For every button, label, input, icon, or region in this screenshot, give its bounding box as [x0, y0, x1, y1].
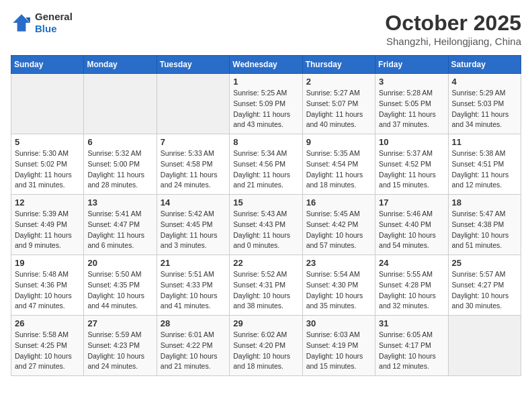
calendar-day-cell: 22Sunrise: 5:52 AM Sunset: 4:31 PM Dayli… — [230, 255, 302, 316]
calendar-week-row: 19Sunrise: 5:48 AM Sunset: 4:36 PM Dayli… — [11, 255, 521, 316]
day-number: 28 — [161, 318, 226, 328]
calendar-week-row: 12Sunrise: 5:39 AM Sunset: 4:49 PM Dayli… — [11, 195, 521, 255]
logo-icon — [11, 12, 32, 34]
day-number: 20 — [87, 258, 152, 268]
weekday-header-cell: Friday — [375, 56, 448, 74]
calendar-week-row: 5Sunrise: 5:30 AM Sunset: 5:02 PM Daylig… — [11, 134, 521, 195]
weekday-header-cell: Sunday — [11, 56, 84, 74]
calendar-day-cell: 2Sunrise: 5:27 AM Sunset: 5:07 PM Daylig… — [302, 74, 375, 134]
calendar-day-cell: 19Sunrise: 5:48 AM Sunset: 4:36 PM Dayli… — [11, 255, 84, 316]
calendar-day-cell: 28Sunrise: 6:01 AM Sunset: 4:22 PM Dayli… — [157, 316, 229, 376]
weekday-header-cell: Thursday — [302, 56, 375, 74]
day-info: Sunrise: 6:01 AM Sunset: 4:22 PM Dayligh… — [161, 330, 226, 372]
calendar-day-cell: 16Sunrise: 5:45 AM Sunset: 4:42 PM Dayli… — [302, 195, 375, 255]
page-header: General Blue October 2025 Shangzhi, Heil… — [11, 11, 521, 47]
calendar-week-row: 1Sunrise: 5:25 AM Sunset: 5:09 PM Daylig… — [11, 74, 521, 134]
day-info: Sunrise: 5:30 AM Sunset: 5:02 PM Dayligh… — [15, 148, 80, 191]
day-info: Sunrise: 5:38 AM Sunset: 4:51 PM Dayligh… — [452, 148, 517, 191]
calendar-day-cell: 30Sunrise: 6:03 AM Sunset: 4:19 PM Dayli… — [302, 316, 375, 376]
day-number: 2 — [306, 77, 371, 87]
day-number: 4 — [452, 77, 517, 87]
calendar-body: 1Sunrise: 5:25 AM Sunset: 5:09 PM Daylig… — [11, 74, 521, 376]
day-info: Sunrise: 5:52 AM Sunset: 4:31 PM Dayligh… — [233, 269, 298, 312]
calendar-day-cell: 27Sunrise: 5:59 AM Sunset: 4:23 PM Dayli… — [84, 316, 157, 376]
calendar-day-cell: 13Sunrise: 5:41 AM Sunset: 4:47 PM Dayli… — [84, 195, 157, 255]
calendar-day-cell: 5Sunrise: 5:30 AM Sunset: 5:02 PM Daylig… — [11, 134, 84, 195]
day-info: Sunrise: 5:55 AM Sunset: 4:28 PM Dayligh… — [379, 269, 444, 312]
weekday-header-row: SundayMondayTuesdayWednesdayThursdayFrid… — [11, 56, 521, 74]
day-info: Sunrise: 5:33 AM Sunset: 4:58 PM Dayligh… — [161, 148, 226, 191]
day-info: Sunrise: 5:41 AM Sunset: 4:47 PM Dayligh… — [87, 209, 152, 251]
day-number: 14 — [161, 197, 226, 208]
day-number: 3 — [379, 77, 444, 87]
day-number: 29 — [233, 318, 298, 328]
day-number: 7 — [161, 137, 226, 147]
day-number: 16 — [306, 197, 371, 208]
calendar-day-cell: 18Sunrise: 5:47 AM Sunset: 4:38 PM Dayli… — [448, 195, 521, 255]
day-number: 17 — [379, 197, 444, 208]
day-info: Sunrise: 5:48 AM Sunset: 4:36 PM Dayligh… — [15, 269, 80, 312]
day-info: Sunrise: 5:50 AM Sunset: 4:35 PM Dayligh… — [87, 269, 152, 312]
calendar-day-cell — [11, 74, 84, 134]
day-number: 12 — [15, 197, 80, 208]
day-info: Sunrise: 5:39 AM Sunset: 4:49 PM Dayligh… — [15, 209, 80, 251]
calendar-day-cell — [84, 74, 157, 134]
logo-line2: Blue — [35, 23, 73, 35]
day-info: Sunrise: 6:05 AM Sunset: 4:17 PM Dayligh… — [379, 330, 444, 372]
day-info: Sunrise: 5:32 AM Sunset: 5:00 PM Dayligh… — [87, 148, 152, 191]
day-number: 21 — [161, 258, 226, 268]
day-info: Sunrise: 5:51 AM Sunset: 4:33 PM Dayligh… — [161, 269, 226, 312]
day-info: Sunrise: 6:02 AM Sunset: 4:20 PM Dayligh… — [233, 330, 298, 372]
day-info: Sunrise: 5:54 AM Sunset: 4:30 PM Dayligh… — [306, 269, 371, 312]
calendar-day-cell: 6Sunrise: 5:32 AM Sunset: 5:00 PM Daylig… — [84, 134, 157, 195]
calendar-day-cell — [448, 316, 521, 376]
day-info: Sunrise: 5:28 AM Sunset: 5:05 PM Dayligh… — [379, 88, 444, 130]
day-number: 13 — [87, 197, 152, 208]
day-number: 5 — [15, 137, 80, 147]
day-info: Sunrise: 5:43 AM Sunset: 4:43 PM Dayligh… — [233, 209, 298, 251]
day-number: 31 — [379, 318, 444, 328]
day-number: 30 — [306, 318, 371, 328]
calendar-day-cell: 4Sunrise: 5:29 AM Sunset: 5:03 PM Daylig… — [448, 74, 521, 134]
calendar-day-cell: 10Sunrise: 5:37 AM Sunset: 4:52 PM Dayli… — [375, 134, 448, 195]
day-info: Sunrise: 5:57 AM Sunset: 4:27 PM Dayligh… — [452, 269, 517, 312]
weekday-header-cell: Wednesday — [230, 56, 302, 74]
day-info: Sunrise: 5:46 AM Sunset: 4:40 PM Dayligh… — [379, 209, 444, 251]
weekday-header-cell: Tuesday — [157, 56, 229, 74]
day-info: Sunrise: 5:34 AM Sunset: 4:56 PM Dayligh… — [233, 148, 298, 191]
day-number: 22 — [233, 258, 298, 268]
calendar-day-cell: 26Sunrise: 5:58 AM Sunset: 4:25 PM Dayli… — [11, 316, 84, 376]
day-number: 8 — [233, 137, 298, 147]
day-info: Sunrise: 5:37 AM Sunset: 4:52 PM Dayligh… — [379, 148, 444, 191]
logo-line1: General — [35, 11, 73, 23]
calendar-day-cell: 12Sunrise: 5:39 AM Sunset: 4:49 PM Dayli… — [11, 195, 84, 255]
day-info: Sunrise: 5:27 AM Sunset: 5:07 PM Dayligh… — [306, 88, 371, 130]
calendar-day-cell: 29Sunrise: 6:02 AM Sunset: 4:20 PM Dayli… — [230, 316, 302, 376]
svg-marker-0 — [13, 14, 30, 32]
day-number: 9 — [306, 137, 371, 147]
calendar-day-cell: 9Sunrise: 5:35 AM Sunset: 4:54 PM Daylig… — [302, 134, 375, 195]
day-info: Sunrise: 5:29 AM Sunset: 5:03 PM Dayligh… — [452, 88, 517, 130]
calendar-day-cell: 20Sunrise: 5:50 AM Sunset: 4:35 PM Dayli… — [84, 255, 157, 316]
calendar-day-cell: 25Sunrise: 5:57 AM Sunset: 4:27 PM Dayli… — [448, 255, 521, 316]
calendar-day-cell: 1Sunrise: 5:25 AM Sunset: 5:09 PM Daylig… — [230, 74, 302, 134]
calendar-day-cell: 24Sunrise: 5:55 AM Sunset: 4:28 PM Dayli… — [375, 255, 448, 316]
day-number: 25 — [452, 258, 517, 268]
day-number: 26 — [15, 318, 80, 328]
calendar-day-cell: 31Sunrise: 6:05 AM Sunset: 4:17 PM Dayli… — [375, 316, 448, 376]
location-subtitle: Shangzhi, Heilongjiang, China — [385, 36, 521, 47]
calendar-day-cell: 11Sunrise: 5:38 AM Sunset: 4:51 PM Dayli… — [448, 134, 521, 195]
calendar-day-cell: 7Sunrise: 5:33 AM Sunset: 4:58 PM Daylig… — [157, 134, 229, 195]
logo: General Blue — [11, 11, 73, 35]
day-info: Sunrise: 5:45 AM Sunset: 4:42 PM Dayligh… — [306, 209, 371, 251]
day-info: Sunrise: 5:35 AM Sunset: 4:54 PM Dayligh… — [306, 148, 371, 191]
day-number: 1 — [233, 77, 298, 87]
calendar-day-cell — [157, 74, 229, 134]
day-number: 19 — [15, 258, 80, 268]
calendar-day-cell: 8Sunrise: 5:34 AM Sunset: 4:56 PM Daylig… — [230, 134, 302, 195]
calendar-week-row: 26Sunrise: 5:58 AM Sunset: 4:25 PM Dayli… — [11, 316, 521, 376]
day-info: Sunrise: 5:42 AM Sunset: 4:45 PM Dayligh… — [161, 209, 226, 251]
calendar-day-cell: 23Sunrise: 5:54 AM Sunset: 4:30 PM Dayli… — [302, 255, 375, 316]
day-number: 18 — [452, 197, 517, 208]
day-info: Sunrise: 5:59 AM Sunset: 4:23 PM Dayligh… — [87, 330, 152, 372]
